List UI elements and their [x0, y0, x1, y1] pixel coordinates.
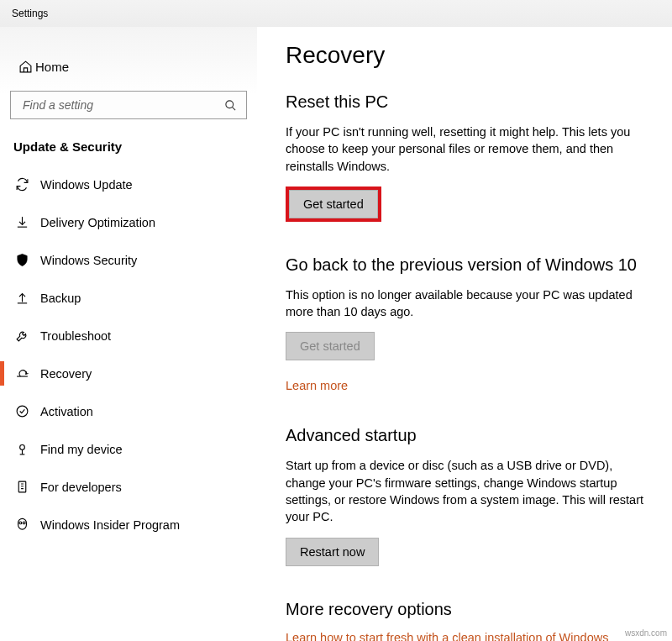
nav-find-my-device[interactable]: Find my device — [0, 430, 257, 468]
more-heading: More recovery options — [286, 600, 654, 619]
nav-label: Delivery Optimization — [40, 216, 155, 229]
svg-point-2 — [20, 445, 25, 450]
more-clean-install-link[interactable]: Learn how to start fresh with a clean in… — [286, 631, 608, 641]
restart-now-button[interactable]: Restart now — [286, 538, 379, 566]
page-title: Recovery — [286, 42, 654, 69]
app-root: Home Update & Security Windows Update — [0, 27, 672, 641]
backup-icon — [15, 291, 40, 305]
home-button[interactable]: Home — [0, 50, 257, 82]
nav-label: Windows Security — [40, 254, 137, 267]
svg-point-1 — [17, 406, 28, 417]
nav-label: Recovery — [40, 367, 92, 381]
goback-section: Go back to the previous version of Windo… — [286, 255, 654, 393]
sync-icon — [15, 177, 40, 192]
reset-section: Reset this PC If your PC isn't running w… — [286, 92, 654, 222]
section-title: Update & Security — [0, 134, 257, 166]
nav-troubleshoot[interactable]: Troubleshoot — [0, 317, 257, 355]
goback-body: This option is no longer available becau… — [286, 286, 654, 321]
window-titlebar: Settings — [0, 0, 672, 27]
more-section: More recovery options Learn how to start… — [286, 600, 654, 641]
nav-label: For developers — [40, 481, 122, 494]
nav-activation[interactable]: Activation — [0, 392, 257, 430]
advanced-heading: Advanced startup — [286, 426, 654, 445]
goback-get-started-button: Get started — [286, 332, 375, 360]
developers-icon — [15, 480, 40, 494]
sidebar: Home Update & Security Windows Update — [0, 27, 257, 641]
home-icon — [15, 60, 35, 74]
advanced-section: Advanced startup Start up from a device … — [286, 426, 654, 565]
nav-label: Backup — [40, 292, 81, 305]
insider-icon — [15, 518, 40, 532]
search-container — [10, 91, 247, 119]
highlight-box: Get started — [286, 187, 381, 222]
shield-icon — [15, 253, 40, 267]
nav-windows-update[interactable]: Windows Update — [0, 166, 257, 203]
check-circle-icon — [15, 404, 40, 418]
nav-list: Windows Update Delivery Optimization Win… — [0, 166, 257, 544]
nav-recovery[interactable]: Recovery — [0, 355, 257, 392]
nav-windows-insider[interactable]: Windows Insider Program — [0, 506, 257, 544]
watermark: wsxdn.com — [625, 628, 667, 638]
svg-point-4 — [19, 522, 22, 524]
nav-label: Windows Update — [40, 178, 133, 192]
reset-body: If your PC isn't running well, resetting… — [286, 123, 654, 175]
nav-backup[interactable]: Backup — [0, 279, 257, 317]
search-icon — [224, 99, 238, 112]
location-icon — [15, 442, 40, 456]
nav-windows-security[interactable]: Windows Security — [0, 241, 257, 279]
wrench-icon — [15, 328, 40, 343]
svg-point-5 — [23, 522, 25, 524]
search-box[interactable] — [10, 91, 247, 119]
nav-label: Windows Insider Program — [40, 518, 180, 532]
reset-heading: Reset this PC — [286, 92, 654, 112]
nav-for-developers[interactable]: For developers — [0, 468, 257, 506]
nav-delivery-optimization[interactable]: Delivery Optimization — [0, 203, 257, 241]
nav-label: Find my device — [40, 443, 123, 456]
window-title: Settings — [12, 8, 48, 19]
nav-label: Activation — [40, 405, 93, 418]
svg-rect-3 — [18, 481, 26, 492]
svg-point-0 — [226, 100, 234, 108]
goback-learn-more-link[interactable]: Learn more — [286, 379, 348, 392]
goback-heading: Go back to the previous version of Windo… — [286, 255, 654, 275]
reset-get-started-button[interactable]: Get started — [289, 190, 378, 218]
nav-label: Troubleshoot — [40, 329, 111, 343]
home-label: Home — [35, 60, 69, 74]
search-input[interactable] — [21, 97, 224, 113]
main-content: Recovery Reset this PC If your PC isn't … — [257, 27, 672, 641]
advanced-body: Start up from a device or disc (such as … — [286, 457, 654, 525]
download-icon — [15, 215, 40, 229]
recovery-icon — [15, 366, 40, 381]
